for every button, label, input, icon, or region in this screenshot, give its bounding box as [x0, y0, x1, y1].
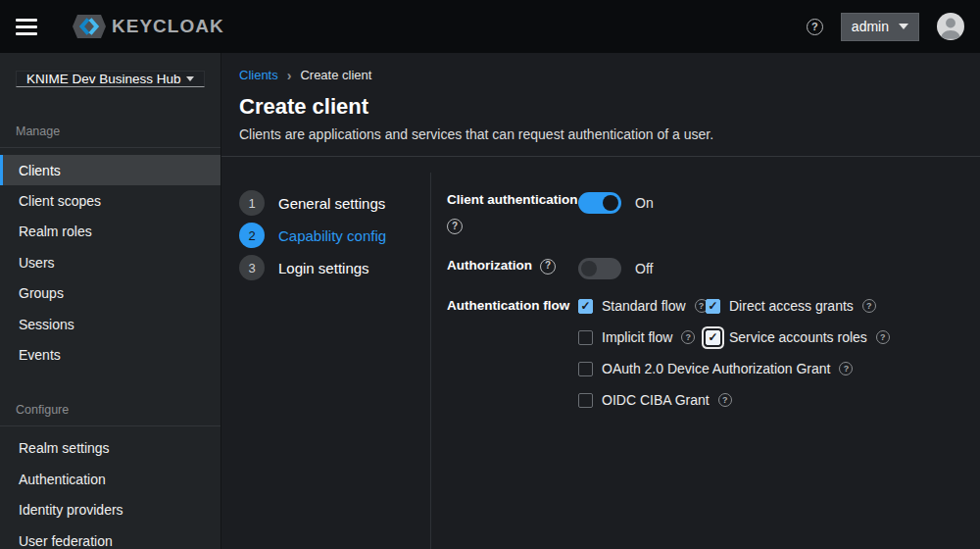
help-icon[interactable]: [807, 19, 823, 35]
client-authentication-row: Client authentication On: [447, 192, 980, 234]
top-bar-actions: admin: [807, 13, 964, 41]
sidebar-item-sessions[interactable]: Sessions: [0, 309, 220, 339]
keycloak-logo-icon: [73, 15, 106, 38]
sidebar-item-realm-settings[interactable]: Realm settings: [0, 433, 220, 464]
checkbox-direct-access-grants[interactable]: Direct access grants: [706, 298, 890, 314]
nav-section-configure: Configure: [0, 403, 220, 417]
step-label: Login settings: [278, 260, 369, 276]
checkbox-icon[interactable]: [706, 330, 720, 345]
chevron-down-icon: [899, 24, 908, 29]
page-subtitle: Clients are applications and services th…: [239, 126, 960, 142]
help-icon[interactable]: [681, 330, 695, 344]
authentication-flow-row: Authentication flow Standard flow Direct…: [447, 298, 980, 408]
top-bar: KEYCLOAK admin: [0, 0, 980, 53]
authorization-toggle[interactable]: [578, 258, 621, 279]
page-title: Create client: [239, 94, 960, 120]
divider: [0, 425, 220, 426]
sidebar-item-events[interactable]: Events: [0, 339, 220, 370]
create-client-wizard: 1 General settings 2 Capability config 3…: [221, 156, 980, 549]
sidebar-item-client-scopes[interactable]: Client scopes: [0, 185, 220, 216]
page-header: Clients Create client Create client Clie…: [221, 53, 980, 156]
help-icon[interactable]: [718, 393, 732, 407]
checkbox-standard-flow[interactable]: Standard flow: [578, 298, 706, 314]
toggle-knob: [603, 195, 618, 211]
checkbox-oauth-device-authorization-grant[interactable]: OAuth 2.0 Device Authorization Grant: [578, 361, 890, 376]
authorization-row: Authorization Off: [447, 258, 980, 279]
wizard-step-general-settings[interactable]: 1 General settings: [239, 190, 430, 216]
avatar[interactable]: [937, 13, 964, 40]
sidebar-item-authentication[interactable]: Authentication: [0, 464, 220, 494]
main-content: Clients Create client Create client Clie…: [221, 53, 980, 549]
checkbox-icon[interactable]: [706, 299, 720, 314]
help-icon[interactable]: [862, 299, 876, 313]
authorization-control: Off: [578, 258, 653, 279]
client-authentication-label-text: Client authentication: [447, 192, 578, 209]
authorization-label: Authorization: [447, 258, 578, 274]
breadcrumb-separator-icon: [287, 69, 292, 82]
checkbox-icon[interactable]: [578, 330, 593, 345]
checkbox-icon[interactable]: [578, 393, 593, 408]
checkbox-icon[interactable]: [578, 299, 593, 314]
help-icon[interactable]: [447, 219, 463, 234]
breadcrumb-link-clients[interactable]: Clients: [239, 68, 278, 82]
sidebar-item-realm-roles[interactable]: Realm roles: [0, 217, 220, 247]
capability-config-form: Client authentication On Authorization: [431, 157, 980, 549]
step-label: General settings: [278, 195, 385, 212]
checkbox-oidc-ciba-grant[interactable]: OIDC CIBA Grant: [578, 392, 890, 408]
divider: [0, 147, 220, 148]
nav-section-manage: Manage: [0, 125, 220, 138]
authentication-flow-options: Standard flow Direct access grants Impli: [578, 298, 890, 408]
chevron-down-icon: [186, 76, 194, 81]
nav-list-manage: Clients Client scopes Realm roles Users …: [0, 155, 220, 371]
brand-text: KEYCLOAK: [112, 16, 224, 37]
sidebar-item-user-federation[interactable]: User federation: [0, 525, 220, 549]
keycloak-admin-console: KEYCLOAK admin KNIME Dev Business Hub: [0, 0, 980, 549]
authorization-state: Off: [635, 261, 653, 276]
authentication-flow-label: Authentication flow: [447, 298, 578, 315]
checkbox-service-accounts-roles[interactable]: Service accounts roles: [706, 329, 890, 345]
sidebar-item-users[interactable]: Users: [0, 247, 220, 277]
client-authentication-toggle[interactable]: [578, 192, 621, 214]
realm-selector[interactable]: KNIME Dev Business Hub: [16, 71, 205, 87]
wizard-step-capability-config[interactable]: 2 Capability config: [239, 223, 430, 248]
wizard-step-login-settings[interactable]: 3 Login settings: [239, 255, 430, 280]
hamburger-menu-icon[interactable]: [16, 19, 37, 35]
help-icon[interactable]: [839, 362, 853, 375]
checkbox-icon[interactable]: [578, 362, 593, 376]
keycloak-logo: KEYCLOAK: [73, 15, 224, 38]
step-number: 2: [239, 223, 265, 248]
user-menu-dropdown[interactable]: admin: [841, 13, 919, 41]
step-number: 3: [239, 255, 265, 280]
toggle-knob: [581, 261, 597, 276]
authorization-label-text: Authorization: [447, 258, 532, 274]
help-icon[interactable]: [876, 330, 890, 344]
nav-list-configure: Realm settings Authentication Identity p…: [0, 433, 220, 549]
wizard-steps-nav: 1 General settings 2 Capability config 3…: [221, 157, 430, 549]
sidebar-item-groups[interactable]: Groups: [0, 278, 220, 309]
breadcrumb-current: Create client: [300, 68, 371, 82]
sidebar-item-identity-providers[interactable]: Identity providers: [0, 495, 220, 525]
breadcrumb: Clients Create client: [239, 68, 960, 82]
checkbox-implicit-flow[interactable]: Implicit flow: [578, 329, 706, 345]
step-label: Capability config: [278, 227, 386, 244]
client-authentication-control: On: [578, 192, 654, 214]
client-authentication-state: On: [635, 195, 654, 211]
client-authentication-label: Client authentication: [447, 192, 578, 234]
realm-selector-value: KNIME Dev Business Hub: [26, 72, 181, 86]
step-number: 1: [239, 190, 265, 216]
sidebar: KNIME Dev Business Hub Manage Clients Cl…: [0, 53, 221, 549]
sidebar-item-clients[interactable]: Clients: [0, 155, 220, 185]
user-menu-label: admin: [852, 19, 889, 34]
help-icon[interactable]: [540, 259, 556, 274]
